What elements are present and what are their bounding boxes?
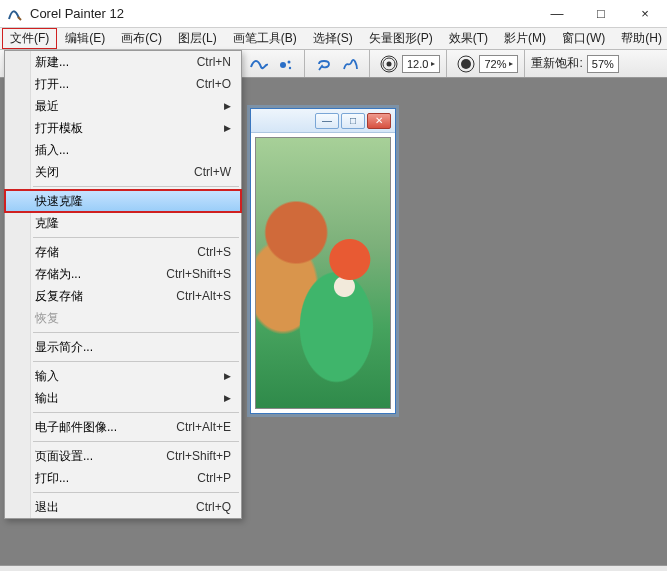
- menu-item-open-template[interactable]: 打开模板 ▶: [5, 117, 241, 139]
- menu-edit[interactable]: 编辑(E): [57, 28, 113, 49]
- menu-item-label: 打开模板: [35, 120, 224, 137]
- menu-item-label: 插入...: [35, 142, 231, 159]
- menu-separator: [33, 441, 239, 442]
- menu-item-quick-clone[interactable]: 快速克隆: [5, 190, 241, 212]
- menu-item-import[interactable]: 输入 ▶: [5, 365, 241, 387]
- menu-item-label: 新建...: [35, 54, 197, 71]
- svg-point-1: [288, 60, 291, 63]
- menu-item-shortcut: Ctrl+O: [196, 77, 231, 91]
- submenu-arrow-icon: ▶: [224, 371, 231, 381]
- resat-input[interactable]: 57%: [587, 55, 619, 73]
- menu-item-shortcut: Ctrl+N: [197, 55, 231, 69]
- minimize-button[interactable]: —: [535, 0, 579, 27]
- chevron-down-icon[interactable]: ▸: [431, 59, 435, 68]
- wave-brush-icon[interactable]: [250, 55, 268, 73]
- menu-item-label: 电子邮件图像...: [35, 419, 176, 436]
- opacity-value: 72%: [484, 58, 506, 70]
- document-canvas[interactable]: [255, 137, 391, 409]
- brush-size-input[interactable]: 12.0▸: [402, 55, 440, 73]
- opacity-group: 72%▸: [447, 50, 525, 77]
- document-window[interactable]: — □ ✕: [250, 108, 396, 414]
- resat-value: 57%: [592, 58, 614, 70]
- menu-item-export[interactable]: 输出 ▶: [5, 387, 241, 409]
- lasso-icon[interactable]: [315, 55, 333, 73]
- menu-item-shortcut: Ctrl+Alt+E: [176, 420, 231, 434]
- menu-item-exit[interactable]: 退出 Ctrl+Q: [5, 496, 241, 518]
- submenu-arrow-icon: ▶: [224, 393, 231, 403]
- menu-item-save[interactable]: 存储 Ctrl+S: [5, 241, 241, 263]
- doc-maximize-button[interactable]: □: [341, 113, 365, 129]
- menu-item-label: 最近: [35, 98, 224, 115]
- menu-help[interactable]: 帮助(H): [613, 28, 667, 49]
- menu-item-open[interactable]: 打开... Ctrl+O: [5, 73, 241, 95]
- chevron-down-icon[interactable]: ▸: [509, 59, 513, 68]
- status-bar: [0, 565, 667, 571]
- freehand-icon[interactable]: [341, 55, 359, 73]
- menu-bar: 文件(F) 编辑(E) 画布(C) 图层(L) 画笔工具(B) 选择(S) 矢量…: [0, 28, 667, 50]
- menu-separator: [33, 361, 239, 362]
- menu-item-label: 快速克隆: [35, 193, 231, 210]
- menu-item-label: 克隆: [35, 215, 231, 232]
- menu-separator: [33, 332, 239, 333]
- menu-effect[interactable]: 效果(T): [441, 28, 496, 49]
- app-icon: [6, 5, 24, 23]
- brush-shape-group: [240, 50, 305, 77]
- brush-size-group: 12.0▸: [370, 50, 447, 77]
- menu-item-insert[interactable]: 插入...: [5, 139, 241, 161]
- menu-item-iterative-save[interactable]: 反复存储 Ctrl+Alt+S: [5, 285, 241, 307]
- document-titlebar[interactable]: — □ ✕: [251, 109, 395, 133]
- menu-item-show-info[interactable]: 显示简介...: [5, 336, 241, 358]
- submenu-arrow-icon: ▶: [224, 123, 231, 133]
- menu-item-label: 输出: [35, 390, 224, 407]
- opacity-input[interactable]: 72%▸: [479, 55, 518, 73]
- menu-window[interactable]: 窗口(W): [554, 28, 613, 49]
- menu-item-email-image[interactable]: 电子邮件图像... Ctrl+Alt+E: [5, 416, 241, 438]
- menu-item-label: 打开...: [35, 76, 196, 93]
- menu-item-label: 反复存储: [35, 288, 176, 305]
- menu-brush[interactable]: 画笔工具(B): [225, 28, 305, 49]
- title-bar: Corel Painter 12 — □ ×: [0, 0, 667, 28]
- svg-point-7: [461, 59, 471, 69]
- menu-item-close[interactable]: 关闭 Ctrl+W: [5, 161, 241, 183]
- svg-point-0: [280, 62, 286, 68]
- menu-item-revert: 恢复: [5, 307, 241, 329]
- menu-item-label: 显示简介...: [35, 339, 231, 356]
- menu-item-label: 输入: [35, 368, 224, 385]
- menu-file[interactable]: 文件(F): [2, 28, 57, 49]
- doc-minimize-button[interactable]: —: [315, 113, 339, 129]
- doc-close-button[interactable]: ✕: [367, 113, 391, 129]
- lasso-group: [305, 50, 370, 77]
- splash-brush-icon[interactable]: [276, 55, 294, 73]
- canvas-image: [256, 138, 390, 408]
- menu-item-print[interactable]: 打印... Ctrl+P: [5, 467, 241, 489]
- menu-layer[interactable]: 图层(L): [170, 28, 225, 49]
- menu-item-label: 退出: [35, 499, 196, 516]
- menu-movie[interactable]: 影片(M): [496, 28, 554, 49]
- menu-item-shortcut: Ctrl+P: [197, 471, 231, 485]
- app-title: Corel Painter 12: [30, 6, 535, 21]
- menu-item-label: 存储: [35, 244, 197, 261]
- resat-group: 重新饱和: 57%: [525, 50, 624, 77]
- menu-item-label: 页面设置...: [35, 448, 166, 465]
- menu-item-page-setup[interactable]: 页面设置... Ctrl+Shift+P: [5, 445, 241, 467]
- menu-item-shortcut: Ctrl+S: [197, 245, 231, 259]
- menu-item-label: 存储为...: [35, 266, 166, 283]
- menu-item-new[interactable]: 新建... Ctrl+N: [5, 51, 241, 73]
- menu-item-shortcut: Ctrl+W: [194, 165, 231, 179]
- brush-size-icon[interactable]: [380, 55, 398, 73]
- menu-select[interactable]: 选择(S): [305, 28, 361, 49]
- menu-separator: [33, 237, 239, 238]
- menu-vector[interactable]: 矢量图形(P): [361, 28, 441, 49]
- menu-canvas[interactable]: 画布(C): [113, 28, 170, 49]
- close-button[interactable]: ×: [623, 0, 667, 27]
- menu-item-save-as[interactable]: 存储为... Ctrl+Shift+S: [5, 263, 241, 285]
- opacity-icon[interactable]: [457, 55, 475, 73]
- menu-item-label: 恢复: [35, 310, 231, 327]
- svg-point-5: [387, 61, 392, 66]
- menu-item-shortcut: Ctrl+Shift+P: [166, 449, 231, 463]
- maximize-button[interactable]: □: [579, 0, 623, 27]
- menu-item-recent[interactable]: 最近 ▶: [5, 95, 241, 117]
- menu-separator: [33, 186, 239, 187]
- menu-item-clone[interactable]: 克隆: [5, 212, 241, 234]
- menu-item-shortcut: Ctrl+Shift+S: [166, 267, 231, 281]
